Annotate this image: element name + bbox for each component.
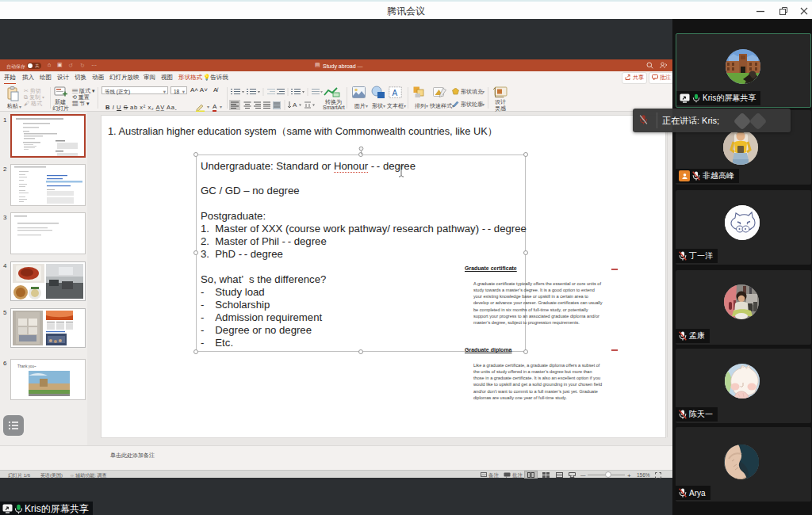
svg-text:A: A <box>293 101 297 109</box>
svg-text:A: A <box>393 89 398 97</box>
svg-text:Thank you~: Thank you~ <box>17 364 36 368</box>
